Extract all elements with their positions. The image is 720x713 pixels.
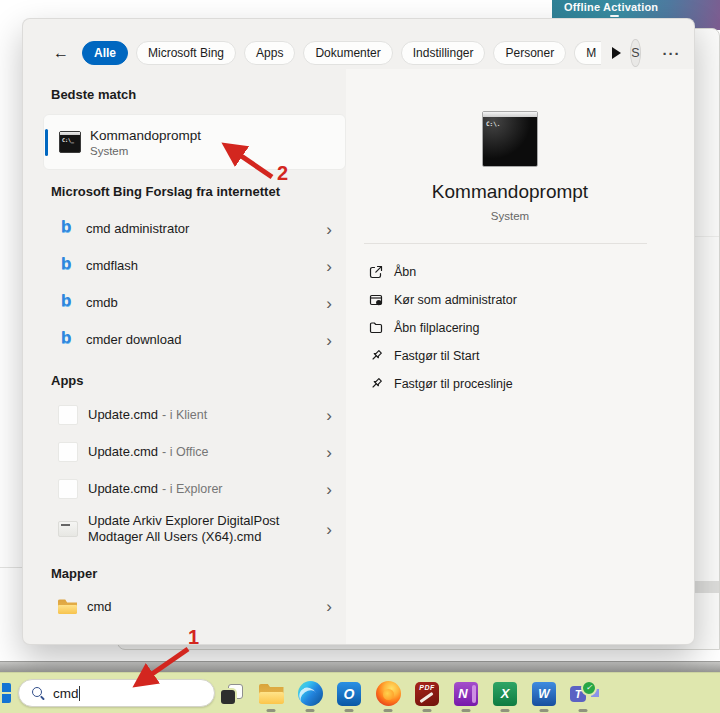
chevron-right-icon[interactable] <box>326 258 332 275</box>
outlook-icon[interactable] <box>336 673 362 713</box>
preview-actions: Åbn Kør som administrator Åbn filplaceri… <box>346 258 674 398</box>
best-match-title: Kommandoprompt <box>90 128 201 143</box>
filter-tab[interactable]: Personer <box>493 41 566 65</box>
preview-action-item[interactable]: Kør som administrator <box>346 286 674 314</box>
preview-action-item[interactable]: Åbn filplacering <box>346 314 674 342</box>
more-options-icon[interactable] <box>663 45 681 62</box>
chevron-right-icon[interactable] <box>326 295 332 312</box>
search-header: AlleMicrosoft BingAppsDokumenterIndstill… <box>53 40 674 66</box>
preview-action-item[interactable]: Åbn <box>346 258 674 286</box>
bing-icon <box>58 219 76 239</box>
folder-result-list: cmd <box>51 592 346 622</box>
screen: Offline Activation AlleMicrosoft BingApp… <box>0 0 720 713</box>
section-heading-bing: Microsoft Bing Forslag fra internettet <box>51 184 346 200</box>
chevron-right-icon[interactable] <box>326 407 332 424</box>
folder-result-item[interactable]: cmd <box>43 592 346 622</box>
bing-suggestion-item[interactable]: cmder download <box>43 325 346 355</box>
edge-icon[interactable] <box>297 673 323 713</box>
chevron-right-icon[interactable] <box>326 598 332 615</box>
bing-icon <box>58 293 76 313</box>
excel-icon[interactable] <box>492 673 518 713</box>
chevron-right-icon[interactable] <box>326 221 332 238</box>
teams-icon[interactable] <box>570 673 596 713</box>
section-heading-best-match: Bedste match <box>51 87 346 103</box>
preview-pane: Kommandoprompt System Åbn Kør som admini… <box>346 69 694 644</box>
cmd-icon <box>59 131 81 153</box>
bing-suggestion-item[interactable]: cmdflash <box>43 251 346 281</box>
banner-title: Offline Activation <box>564 1 658 13</box>
chevron-right-icon[interactable] <box>326 481 332 498</box>
cmd-large-icon <box>482 111 538 167</box>
chevron-right-icon[interactable] <box>326 521 332 538</box>
text-caret <box>79 686 80 701</box>
preview-action-item[interactable]: Fastgør til Start <box>346 342 674 370</box>
firefox-icon[interactable] <box>375 673 401 713</box>
word-icon[interactable] <box>531 673 557 713</box>
play-icon[interactable] <box>612 47 621 59</box>
script-file-icon <box>58 521 78 537</box>
admin-shield-icon <box>368 292 384 308</box>
pin-icon <box>368 376 384 392</box>
windows-logo-icon[interactable] <box>0 683 11 703</box>
preview-divider <box>364 243 647 244</box>
search-icon <box>31 686 45 700</box>
chevron-right-icon[interactable] <box>326 332 332 349</box>
app-result-item[interactable]: Update.cmd- i Explorer <box>43 474 346 504</box>
app-result-item[interactable]: Update Arkiv Explorer DigitalPost Modtag… <box>43 511 346 548</box>
taskbar <box>0 672 720 713</box>
preview-subtitle: System <box>491 209 529 223</box>
search-filter-tabs: AlleMicrosoft BingAppsDokumenterIndstill… <box>82 41 601 65</box>
background-window-edge <box>0 567 22 568</box>
task-view-icon[interactable] <box>219 673 245 713</box>
back-arrow-icon[interactable] <box>53 45 69 61</box>
avatar[interactable]: S <box>630 39 640 67</box>
section-heading-apps: Apps <box>51 373 346 389</box>
banner-dash <box>610 15 619 17</box>
preview-action-item[interactable]: Fastgør til proceslinje <box>346 370 674 398</box>
taskbar-icons <box>219 673 596 713</box>
onenote-icon[interactable] <box>453 673 479 713</box>
bing-suggestion-item[interactable]: cmd administrator <box>43 214 346 244</box>
filter-tab[interactable]: Apps <box>244 41 295 65</box>
bing-suggestion-list: cmd administrator cmdflash cmdb cmder do… <box>51 214 346 355</box>
filter-tab[interactable]: Alle <box>82 41 128 65</box>
search-flyout: AlleMicrosoft BingAppsDokumenterIndstill… <box>22 18 695 645</box>
results-column: Bedste match Kommandoprompt System Micro… <box>23 67 346 644</box>
filter-tab[interactable]: Dokumenter <box>303 41 392 65</box>
app-result-item[interactable]: Update.cmd- i Office <box>43 437 346 467</box>
folder-icon <box>58 599 77 614</box>
pin-icon <box>368 348 384 364</box>
bing-icon <box>58 256 76 276</box>
apps-result-list: Update.cmd- i Klient Update.cmd- i Offic… <box>51 400 346 548</box>
taskbar-search-box[interactable] <box>18 679 215 707</box>
preview-title: Kommandoprompt <box>432 179 588 205</box>
search-input[interactable] <box>53 686 183 701</box>
app-result-item[interactable]: Update.cmd- i Klient <box>43 400 346 430</box>
open-icon <box>368 264 384 280</box>
section-heading-folders: Mapper <box>51 566 346 582</box>
bing-icon <box>58 330 76 350</box>
best-match-item[interactable]: Kommandoprompt System <box>43 114 346 170</box>
filter-tab[interactable]: Microsoft Bing <box>136 41 236 65</box>
best-match-subtitle: System <box>90 145 201 157</box>
folder-open-icon <box>368 320 384 336</box>
blank-file-icon <box>58 405 78 425</box>
pdf-icon[interactable] <box>414 673 440 713</box>
filter-tab[interactable]: Indstillinger <box>401 41 486 65</box>
bing-suggestion-item[interactable]: cmdb <box>43 288 346 318</box>
selection-accent-bar <box>45 129 48 156</box>
blank-file-icon <box>58 442 78 462</box>
file-explorer-icon[interactable] <box>258 673 284 713</box>
blank-file-icon <box>58 479 78 499</box>
chevron-right-icon[interactable] <box>326 444 332 461</box>
filter-tab[interactable]: M <box>574 41 601 65</box>
